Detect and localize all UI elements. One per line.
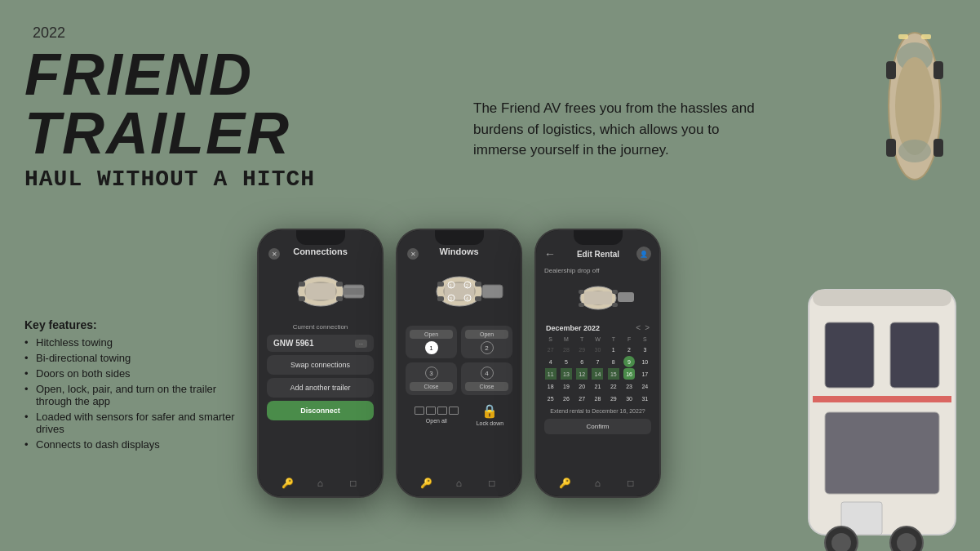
feature-item: Hitchless towing xyxy=(24,336,245,349)
cal-day[interactable]: 18 xyxy=(545,380,557,392)
cal-week-5: 25 26 27 28 29 30 31 xyxy=(543,393,653,404)
svg-rect-12 xyxy=(437,282,444,287)
svg-rect-2 xyxy=(306,283,335,300)
cal-day[interactable]: 28 xyxy=(592,393,603,404)
cal-day[interactable]: 30 xyxy=(592,344,603,355)
key-icon-2[interactable]: 🔑 xyxy=(419,477,432,490)
phone-windows: ✕ Windows xyxy=(396,229,522,498)
confirm-button[interactable]: Confirm xyxy=(544,419,651,434)
svg-rect-3 xyxy=(299,282,305,287)
window-4-num: 4 xyxy=(481,367,494,380)
add-trailer-btn[interactable]: Add another trailer xyxy=(267,378,374,398)
back-button[interactable]: ← xyxy=(544,247,556,260)
cal-day[interactable]: 3 xyxy=(639,344,650,355)
svg-rect-30 xyxy=(579,303,584,307)
open-all-label[interactable]: Open all xyxy=(426,418,447,424)
swap-connections-btn[interactable]: Swap connections xyxy=(267,355,374,375)
key-icon-3[interactable]: 🔑 xyxy=(558,477,571,490)
svg-rect-14 xyxy=(437,296,444,301)
cal-day[interactable]: 28 xyxy=(561,344,572,355)
cal-day[interactable]: 30 xyxy=(623,393,635,404)
window-icon-3 xyxy=(437,407,447,415)
cal-day[interactable]: 25 xyxy=(545,393,557,404)
svg-text:2: 2 xyxy=(466,283,468,288)
connection-box: GNW 5961 ··· xyxy=(267,335,374,352)
key-icon[interactable]: 🔑 xyxy=(281,477,294,490)
cal-day[interactable]: 2 xyxy=(623,344,635,355)
cal-day[interactable]: 19 xyxy=(561,380,572,392)
window-4-btn[interactable]: Close xyxy=(465,382,508,391)
phone1-car xyxy=(259,264,382,318)
phone2-bottom-bar: 🔑 ⌂ □ xyxy=(397,477,521,490)
close-button-2[interactable]: ✕ xyxy=(407,248,419,260)
cal-day[interactable]: 1 xyxy=(608,344,619,355)
cal-day[interactable]: 8 xyxy=(608,356,619,367)
window-2-btn[interactable]: Open xyxy=(465,330,508,339)
phone1-bottom-bar: 🔑 ⌂ □ xyxy=(259,477,382,490)
svg-rect-6 xyxy=(336,296,343,301)
home-icon-3[interactable]: ⌂ xyxy=(591,477,604,490)
cal-day[interactable]: 6 xyxy=(576,356,588,367)
cal-day-today[interactable]: 9 xyxy=(623,356,635,367)
deco-car-svg-top xyxy=(849,0,980,229)
disconnect-btn[interactable]: Disconnect xyxy=(267,401,374,420)
cal-day[interactable]: 13 xyxy=(561,368,572,380)
windows-bottom: Open all 🔒 Lock down xyxy=(397,399,521,430)
window-3-btn[interactable]: Close xyxy=(410,382,453,391)
cal-day[interactable]: 11 xyxy=(545,368,557,380)
cal-day[interactable]: 31 xyxy=(639,393,650,404)
svg-rect-13 xyxy=(475,282,481,287)
cal-day[interactable]: 4 xyxy=(545,356,557,367)
cal-day[interactable]: 29 xyxy=(576,344,588,355)
plate-detail-btn[interactable]: ··· xyxy=(355,340,367,348)
connection-label: Current connection xyxy=(259,322,382,332)
cal-day[interactable]: 24 xyxy=(639,380,650,392)
cal-day[interactable]: 26 xyxy=(561,393,572,404)
cal-day[interactable]: 29 xyxy=(608,393,619,404)
cal-day[interactable]: 17 xyxy=(639,368,650,380)
cal-day[interactable]: 10 xyxy=(639,356,650,367)
cal-day[interactable]: 23 xyxy=(623,380,635,392)
lock-down-label[interactable]: Lock down xyxy=(477,420,503,426)
cal-day[interactable]: 27 xyxy=(545,344,557,355)
svg-text:1: 1 xyxy=(450,283,452,288)
phone-connections: ✕ Connections xyxy=(257,229,384,498)
cal-day[interactable]: 20 xyxy=(576,380,588,392)
cal-day[interactable]: 14 xyxy=(592,368,603,380)
cal-day[interactable]: 21 xyxy=(592,380,603,392)
trailer-icon-3[interactable]: □ xyxy=(624,477,637,490)
dealership-label: Dealership drop off xyxy=(536,265,659,276)
windows-title: Windows xyxy=(439,247,478,256)
edit-rental-title: Edit Rental xyxy=(560,250,636,259)
window-icon-4 xyxy=(449,407,459,415)
cal-week-3: 11 13 12 14 15 16 17 xyxy=(543,368,653,380)
svg-rect-38 xyxy=(933,61,943,79)
cal-day[interactable]: 12 xyxy=(576,368,588,380)
deco-car-top-right xyxy=(849,0,980,237)
trailer-icon[interactable]: □ xyxy=(347,477,360,490)
phone-calendar: ← Edit Rental 👤 Dealership drop off xyxy=(534,229,661,498)
prev-month-btn[interactable]: < xyxy=(636,323,641,332)
cal-day-highlighted[interactable]: 16 xyxy=(623,368,635,380)
cal-day[interactable]: 7 xyxy=(592,356,603,367)
next-month-btn[interactable]: > xyxy=(645,323,650,332)
cal-day[interactable]: 5 xyxy=(561,356,572,367)
connections-title: Connections xyxy=(293,247,348,256)
svg-rect-41 xyxy=(898,34,908,39)
cal-day[interactable]: 22 xyxy=(608,380,619,392)
home-icon[interactable]: ⌂ xyxy=(313,477,326,490)
trailer-icon-2[interactable]: □ xyxy=(486,477,499,490)
close-button[interactable]: ✕ xyxy=(268,248,280,260)
cal-day[interactable]: 15 xyxy=(608,368,619,380)
open-all-icons xyxy=(415,407,459,415)
car-cal-svg xyxy=(557,280,639,317)
window-2-num: 2 xyxy=(481,341,494,354)
svg-text:4: 4 xyxy=(466,296,468,301)
window-1-btn[interactable]: Open xyxy=(410,330,453,339)
open-all-section: Open all xyxy=(415,407,459,424)
cal-day[interactable]: 27 xyxy=(576,393,588,404)
user-avatar[interactable]: 👤 xyxy=(636,247,651,261)
feature-item: Doors on both sides xyxy=(24,367,245,380)
home-icon-2[interactable]: ⌂ xyxy=(452,477,465,490)
month-nav-btns: < > xyxy=(636,323,650,332)
